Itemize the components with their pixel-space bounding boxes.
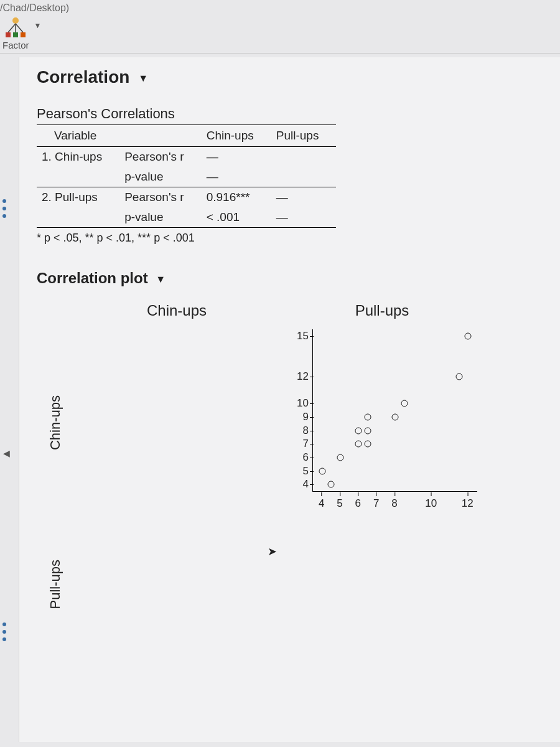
y-tick: 8	[290, 425, 309, 437]
x-tick: 4	[319, 497, 324, 510]
chevron-down-icon[interactable]: ▼	[34, 21, 42, 30]
svg-line-3	[16, 24, 23, 32]
table-row: 2. Pull-ups Pearson's r 0.916*** —	[37, 187, 336, 208]
data-point	[465, 332, 472, 339]
x-tick: 5	[337, 497, 342, 510]
cell-stat: Pearson's r	[119, 147, 202, 167]
scatter-plot: 456789101215 456781012	[282, 329, 482, 516]
cell-val	[271, 147, 337, 167]
data-point	[365, 441, 371, 448]
cell-stat: Pearson's r	[119, 187, 202, 208]
data-point	[328, 481, 335, 488]
matrix-col-header: Chin-ups	[147, 302, 207, 319]
factor-label: Factor	[2, 40, 29, 50]
col-variable: Variable	[37, 125, 119, 147]
section-heading-correlation[interactable]: Correlation ▼	[37, 67, 545, 87]
svg-rect-5	[13, 32, 18, 37]
y-tick: 4	[290, 478, 309, 491]
collapse-arrow-icon[interactable]: ◀	[3, 448, 10, 458]
matrix-row-label: Pull-ups	[47, 560, 63, 609]
cell-val	[271, 167, 337, 187]
data-point	[365, 413, 371, 420]
svg-rect-4	[6, 32, 11, 37]
cell-val: —	[271, 187, 337, 208]
col-stat	[119, 125, 202, 147]
data-point	[392, 413, 399, 420]
cell-var: 2. Pull-ups	[37, 187, 119, 208]
y-tick: 7	[290, 438, 309, 450]
data-point	[455, 373, 462, 380]
x-tick: 7	[373, 497, 379, 510]
table-row: 1. Chin-ups Pearson's r —	[37, 147, 336, 167]
panel-drag-handle[interactable]	[2, 622, 6, 641]
section-heading-correlation-plot[interactable]: Correlation plot ▼	[37, 270, 545, 287]
y-tick: 9	[290, 411, 309, 423]
cell-val: 0.916***	[202, 187, 271, 208]
data-point	[355, 441, 362, 448]
cell-stat: p-value	[119, 207, 202, 228]
x-tick: 12	[462, 497, 474, 510]
data-point	[319, 467, 325, 474]
matrix-row-label: Chin-ups	[47, 395, 63, 450]
y-tick: 10	[290, 397, 309, 410]
cell-val: —	[271, 207, 337, 228]
table-header-row: Variable Chin-ups Pull-ups	[37, 125, 336, 147]
cell-var: 1. Chin-ups	[37, 147, 119, 167]
svg-line-1	[8, 24, 16, 32]
data-point	[337, 454, 344, 461]
factor-button[interactable]: Factor	[2, 16, 29, 50]
table-title: Pearson's Correlations	[37, 106, 545, 122]
data-point	[401, 400, 408, 407]
data-point	[355, 427, 362, 434]
toolbar-divider	[0, 53, 560, 54]
svg-rect-6	[21, 32, 26, 37]
y-tick: 6	[290, 451, 309, 464]
col-chinups: Chin-ups	[202, 125, 271, 147]
toolbar: Factor ▼	[0, 15, 560, 50]
cell-val: < .001	[202, 207, 271, 228]
cell-stat: p-value	[119, 167, 202, 187]
chevron-down-icon: ▼	[138, 73, 148, 83]
matrix-col-header: Pull-ups	[355, 302, 409, 319]
table-footnote: * p < .05, ** p < .01, *** p < .001	[37, 232, 545, 245]
x-tick: 8	[391, 497, 397, 510]
cell-val: —	[202, 147, 271, 167]
y-tick: 15	[290, 330, 309, 342]
x-tick: 10	[425, 497, 437, 510]
cell-val: —	[202, 167, 271, 187]
y-tick: 5	[290, 465, 309, 477]
data-point	[365, 427, 371, 434]
path-bar: /Chad/Desktop)	[0, 0, 560, 15]
svg-point-0	[12, 17, 19, 24]
y-tick: 12	[290, 370, 309, 383]
results-panel: Correlation ▼ Pearson's Correlations Var…	[19, 57, 560, 742]
factor-icon	[3, 16, 28, 39]
panel-drag-handle[interactable]	[2, 199, 6, 218]
correlation-table: Variable Chin-ups Pull-ups 1. Chin-ups P…	[37, 125, 336, 228]
table-row: p-value —	[37, 167, 336, 187]
x-tick: 6	[355, 497, 361, 510]
plot-title: Correlation plot	[37, 270, 148, 286]
col-pullups: Pull-ups	[271, 125, 337, 147]
section-title: Correlation	[37, 67, 129, 87]
correlation-plot-matrix: Chin-ups Pull-ups Chin-ups 456789101215 …	[37, 298, 545, 647]
chevron-down-icon: ▼	[156, 274, 166, 284]
table-row: p-value < .001 —	[37, 207, 336, 228]
